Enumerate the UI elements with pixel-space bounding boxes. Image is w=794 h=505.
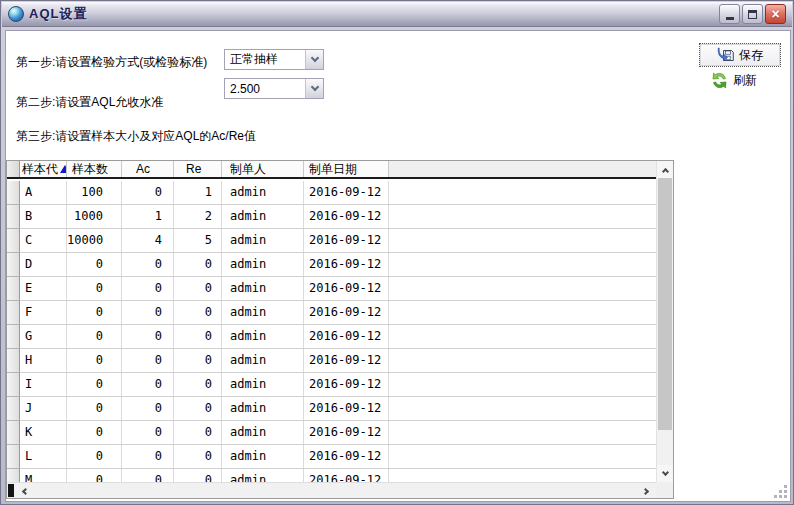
- row-indicator[interactable]: [7, 205, 20, 229]
- table-row[interactable]: K000admin2016-09-12 18: [7, 421, 656, 445]
- row-indicator[interactable]: [7, 277, 20, 301]
- table-cell[interactable]: H: [20, 349, 67, 372]
- table-cell[interactable]: 0: [122, 373, 174, 396]
- table-cell[interactable]: 0: [67, 253, 122, 276]
- table-cell[interactable]: 10000: [67, 229, 122, 252]
- table-cell[interactable]: 2016-09-12 18: [304, 205, 389, 228]
- table-cell[interactable]: 0: [122, 181, 174, 204]
- table-cell[interactable]: 0: [122, 421, 174, 444]
- table-cell[interactable]: 2016-09-12 18: [304, 229, 389, 252]
- table-cell[interactable]: 0: [174, 277, 222, 300]
- aql-level-select[interactable]: 2.500: [224, 78, 324, 99]
- table-cell[interactable]: 2016-09-12 18: [304, 301, 389, 324]
- table-cell[interactable]: admin: [222, 421, 304, 444]
- table-row[interactable]: D000admin2016-09-12 18: [7, 253, 656, 277]
- inspection-mode-select[interactable]: 正常抽样: [224, 49, 324, 70]
- table-cell[interactable]: C: [20, 229, 67, 252]
- table-cell[interactable]: admin: [222, 445, 304, 468]
- horizontal-scrollbar[interactable]: [7, 482, 656, 498]
- maximize-button[interactable]: [742, 4, 763, 24]
- table-row[interactable]: G000admin2016-09-12 18: [7, 325, 656, 349]
- table-cell[interactable]: admin: [222, 253, 304, 276]
- table-cell[interactable]: 0: [174, 469, 222, 482]
- table-cell[interactable]: 100: [67, 181, 122, 204]
- row-indicator[interactable]: [7, 301, 20, 325]
- resize-grip-icon[interactable]: [774, 485, 787, 498]
- table-cell[interactable]: K: [20, 421, 67, 444]
- table-row[interactable]: I000admin2016-09-12 18: [7, 373, 656, 397]
- row-indicator[interactable]: [7, 445, 20, 469]
- table-cell[interactable]: admin: [222, 277, 304, 300]
- table-cell[interactable]: 0: [67, 469, 122, 482]
- table-cell[interactable]: 2016-09-12 18: [304, 373, 389, 396]
- table-cell[interactable]: 0: [122, 397, 174, 420]
- refresh-button[interactable]: 刷新: [711, 72, 757, 89]
- table-cell[interactable]: admin: [222, 325, 304, 348]
- table-cell[interactable]: 2016-09-12 18: [304, 253, 389, 276]
- column-header-sample-size[interactable]: 样本数: [67, 161, 122, 177]
- inspection-mode-dropdown-button[interactable]: [305, 50, 323, 69]
- table-cell[interactable]: 0: [122, 445, 174, 468]
- row-indicator[interactable]: [7, 325, 20, 349]
- table-cell[interactable]: 2016-09-12 18: [304, 181, 389, 204]
- table-cell[interactable]: 0: [67, 325, 122, 348]
- table-cell[interactable]: 0: [122, 301, 174, 324]
- table-cell[interactable]: 0: [174, 253, 222, 276]
- table-cell[interactable]: F: [20, 301, 67, 324]
- table-cell[interactable]: 0: [67, 277, 122, 300]
- table-row[interactable]: E000admin2016-09-12 18: [7, 277, 656, 301]
- table-cell[interactable]: 0: [67, 397, 122, 420]
- table-cell[interactable]: 0: [174, 397, 222, 420]
- table-row[interactable]: J000admin2016-09-12 18: [7, 397, 656, 421]
- column-header-re[interactable]: Re: [174, 161, 222, 177]
- table-cell[interactable]: 2016-09-12 18: [304, 277, 389, 300]
- table-cell[interactable]: 0: [67, 421, 122, 444]
- table-cell[interactable]: 0: [122, 253, 174, 276]
- table-cell[interactable]: admin: [222, 469, 304, 482]
- table-cell[interactable]: 0: [122, 469, 174, 482]
- table-cell[interactable]: 0: [67, 373, 122, 396]
- row-indicator[interactable]: [7, 421, 20, 445]
- table-cell[interactable]: B: [20, 205, 67, 228]
- horizontal-scrollbar-thumb[interactable]: [8, 484, 14, 497]
- table-cell[interactable]: admin: [222, 181, 304, 204]
- table-cell[interactable]: 0: [174, 421, 222, 444]
- row-indicator[interactable]: [7, 229, 20, 253]
- column-header-ac[interactable]: Ac: [122, 161, 174, 177]
- vertical-scrollbar-thumb[interactable]: [658, 178, 672, 430]
- table-cell[interactable]: 2016-09-12 18: [304, 421, 389, 444]
- title-bar[interactable]: AQL设置 ×: [2, 2, 792, 27]
- table-cell[interactable]: 5: [174, 229, 222, 252]
- table-cell[interactable]: admin: [222, 301, 304, 324]
- table-cell[interactable]: 0: [174, 325, 222, 348]
- table-cell[interactable]: 0: [67, 349, 122, 372]
- aql-level-dropdown-button[interactable]: [305, 79, 323, 98]
- row-indicator[interactable]: [7, 253, 20, 277]
- column-header-sample-code[interactable]: 样本代: [20, 161, 67, 177]
- table-cell[interactable]: 0: [67, 445, 122, 468]
- close-button[interactable]: ×: [765, 4, 786, 24]
- save-button[interactable]: 保存: [699, 43, 781, 67]
- column-header-create-date[interactable]: 制单日期: [304, 161, 389, 177]
- table-cell[interactable]: 0: [122, 325, 174, 348]
- table-cell[interactable]: admin: [222, 229, 304, 252]
- table-cell[interactable]: admin: [222, 205, 304, 228]
- table-cell[interactable]: admin: [222, 397, 304, 420]
- table-cell[interactable]: E: [20, 277, 67, 300]
- table-row[interactable]: C1000045admin2016-09-12 18: [7, 229, 656, 253]
- table-row[interactable]: A10001admin2016-09-12 18: [7, 181, 656, 205]
- table-cell[interactable]: I: [20, 373, 67, 396]
- table-cell[interactable]: 2016-09-12 18: [304, 325, 389, 348]
- table-row[interactable]: H000admin2016-09-12 18: [7, 349, 656, 373]
- table-cell[interactable]: 2016-09-12 18: [304, 349, 389, 372]
- table-cell[interactable]: 0: [174, 445, 222, 468]
- row-indicator[interactable]: [7, 397, 20, 421]
- table-cell[interactable]: 2: [174, 205, 222, 228]
- row-indicator[interactable]: [7, 349, 20, 373]
- row-indicator[interactable]: [7, 181, 20, 205]
- table-cell[interactable]: 4: [122, 229, 174, 252]
- column-header-creator[interactable]: 制单人: [222, 161, 304, 177]
- table-cell[interactable]: D: [20, 253, 67, 276]
- table-cell[interactable]: A: [20, 181, 67, 204]
- scroll-up-button[interactable]: [657, 161, 674, 178]
